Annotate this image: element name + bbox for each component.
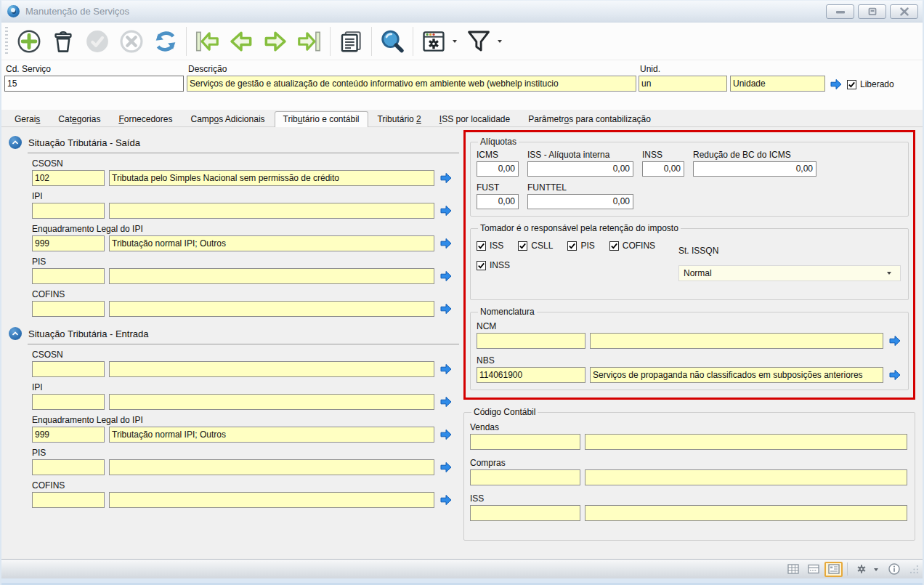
lookup-arrow-icon[interactable] (888, 368, 902, 382)
lookup-arrow-icon[interactable] (439, 363, 453, 376)
pis-saida-code-field[interactable] (32, 268, 105, 284)
last-record-button[interactable] (293, 25, 326, 58)
form-view-button[interactable] (824, 562, 843, 577)
check-icon (519, 242, 527, 250)
settings-dropdown-caret-icon[interactable] (453, 40, 457, 45)
csosn-saida-desc-field[interactable]: Tributada pelo Simples Nacional sem perm… (109, 170, 434, 186)
lookup-arrow-icon[interactable] (888, 334, 902, 347)
tab-categorias[interactable]: Categorias (49, 111, 109, 127)
ncm-desc-field[interactable] (590, 333, 883, 349)
tab-gerais[interactable]: Gerais (6, 111, 49, 127)
report-button[interactable] (334, 25, 368, 58)
cofins-saida-code-field[interactable] (32, 301, 105, 317)
toolbar-grip[interactable] (5, 27, 8, 56)
collapse-chevron-icon[interactable] (9, 327, 22, 340)
nbs-desc-field[interactable]: Serviços de propaganda não classificados… (590, 367, 883, 383)
first-record-button[interactable] (190, 25, 224, 58)
settings-window-button[interactable] (417, 25, 450, 58)
lookup-arrow-icon[interactable] (439, 172, 453, 185)
statusbar-settings-button[interactable] (852, 562, 870, 577)
descricao-field[interactable]: Serviços de gestão e atualização de cont… (187, 76, 636, 92)
add-button[interactable] (12, 25, 46, 58)
enq-ipi-entrada-desc-field[interactable]: Tributação normal IPI; Outros (109, 427, 434, 443)
enq-ipi-saida-desc-field[interactable]: Tributação normal IPI; Outros (109, 235, 434, 251)
cofins-saida-desc-field[interactable] (109, 301, 434, 317)
cd-servico-field[interactable]: 15 (4, 76, 184, 92)
iss-contabil-desc-field[interactable] (585, 505, 907, 521)
cofins-retencao-checkbox[interactable] (609, 241, 619, 251)
st-issqn-dropdown[interactable]: Normal (678, 265, 901, 281)
tab-parametros-contabilizacao[interactable]: Parâmetros para contabilização (519, 111, 660, 127)
iss-retencao-label: ISS (490, 241, 503, 251)
lookup-arrow-icon[interactable] (439, 270, 453, 283)
compras-code-field[interactable] (470, 469, 580, 485)
check-icon (477, 262, 485, 270)
icms-field[interactable]: 0,00 (477, 161, 519, 177)
resize-grip[interactable] (908, 563, 920, 575)
unid-code-field[interactable]: un (639, 76, 727, 92)
enq-ipi-entrada-code-field[interactable]: 999 (32, 427, 105, 443)
statusbar-settings-caret-icon[interactable] (874, 568, 878, 573)
lookup-arrow-icon[interactable] (439, 493, 453, 507)
grid-view-button[interactable] (784, 562, 802, 577)
csosn-entrada-code-field[interactable] (32, 361, 105, 377)
iss-aliquota-field[interactable]: 0,00 (527, 161, 633, 177)
lookup-arrow-icon[interactable] (439, 428, 453, 441)
minimize-button[interactable] (826, 4, 854, 19)
vendas-label: Vendas (470, 422, 909, 432)
csll-retencao-checkbox[interactable] (518, 241, 527, 251)
previous-record-button[interactable] (224, 25, 258, 58)
close-button[interactable] (890, 4, 918, 19)
csosn-entrada-desc-field[interactable] (109, 361, 434, 377)
tab-tributario-2[interactable]: Tributário 2 (369, 111, 430, 127)
collapse-chevron-icon[interactable] (9, 136, 22, 149)
tab-fornecedores[interactable]: Fornecedores (110, 111, 181, 127)
lookup-arrow-icon[interactable] (439, 461, 453, 474)
lookup-arrow-icon[interactable] (439, 302, 453, 315)
toolbar-separator (413, 27, 413, 56)
inss-field[interactable]: 0,00 (642, 161, 684, 177)
csosn-saida-code-field[interactable]: 102 (32, 170, 105, 186)
ipi-saida-code-field[interactable] (32, 203, 105, 219)
compras-desc-field[interactable] (585, 469, 907, 485)
vendas-desc-field[interactable] (585, 434, 907, 450)
ipi-entrada-desc-field[interactable] (109, 394, 434, 410)
refresh-button[interactable] (149, 25, 182, 58)
lookup-arrow-icon[interactable] (439, 395, 453, 408)
vendas-code-field[interactable] (470, 434, 580, 450)
cofins-entrada-code-field[interactable] (32, 492, 105, 508)
ipi-saida-desc-field[interactable] (109, 203, 434, 219)
unid-name-field[interactable]: Unidade (730, 76, 825, 92)
inss-retencao-label: INSS (490, 260, 510, 270)
pis-entrada-desc-field[interactable] (109, 459, 434, 475)
restore-button[interactable] (858, 4, 886, 19)
fust-field[interactable]: 0,00 (477, 194, 519, 209)
pis-saida-desc-field[interactable] (109, 268, 434, 284)
nbs-code-field[interactable]: 114061900 (477, 367, 585, 383)
iss-contabil-code-field[interactable] (470, 505, 580, 521)
funttel-field[interactable]: 0,00 (527, 194, 633, 209)
unid-lookup-arrow-icon[interactable] (829, 78, 843, 91)
info-button[interactable] (885, 562, 903, 577)
tab-campos-adicionais[interactable]: Campos Adicionais (182, 111, 273, 127)
tab-tributario-e-contabil[interactable]: Tributário e contábil (275, 111, 368, 127)
next-record-button[interactable] (259, 25, 292, 58)
liberado-checkbox[interactable] (847, 80, 856, 89)
reducao-bc-icms-field[interactable]: 0,00 (693, 161, 816, 177)
inss-retencao-checkbox[interactable] (477, 261, 486, 270)
search-button[interactable] (376, 25, 409, 58)
ncm-code-field[interactable] (477, 333, 585, 349)
lookup-arrow-icon[interactable] (439, 204, 453, 217)
list-view-button[interactable] (804, 562, 822, 577)
cofins-entrada-desc-field[interactable] (109, 492, 434, 508)
pis-retencao-checkbox[interactable] (567, 241, 577, 251)
iss-retencao-checkbox[interactable] (477, 241, 486, 251)
filter-button[interactable] (462, 25, 495, 58)
lookup-arrow-icon[interactable] (439, 237, 453, 250)
pis-entrada-code-field[interactable] (32, 459, 105, 475)
tab-iss-por-localidade[interactable]: ISS por localidade (431, 111, 519, 127)
filter-dropdown-caret-icon[interactable] (498, 40, 502, 45)
ipi-entrada-code-field[interactable] (32, 394, 105, 410)
enq-ipi-saida-code-field[interactable]: 999 (32, 235, 105, 251)
delete-button[interactable] (46, 25, 80, 58)
